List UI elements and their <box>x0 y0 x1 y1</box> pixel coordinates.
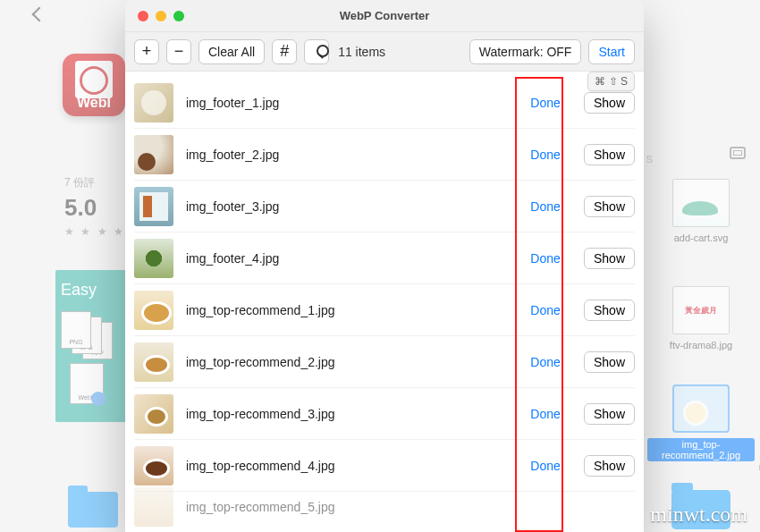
list-item[interactable]: img_footer_2.jpgDone!Show <box>134 129 635 181</box>
thumbnail-icon <box>672 179 730 227</box>
thumbnail-icon: 黃金歲月 <box>672 286 730 334</box>
thumbnail-icon <box>134 239 173 278</box>
list-item[interactable]: img_footer_3.jpgDone!Show <box>134 181 635 232</box>
show-button[interactable]: Show <box>584 300 635 321</box>
window-title: WebP Converter <box>125 9 644 22</box>
thumbnail-icon <box>672 384 730 433</box>
status-badge: Done! <box>523 96 571 110</box>
maximize-icon[interactable] <box>173 11 184 21</box>
status-badge: Done! <box>523 459 571 473</box>
file-name: img_footer_3.jpg <box>186 199 511 214</box>
rating-score: 5.0 <box>64 194 125 222</box>
search-icon <box>309 45 324 59</box>
list-item[interactable]: img_footer_4.jpgDone!Show <box>134 232 635 284</box>
thumbnail-icon <box>134 83 173 122</box>
minimize-icon[interactable] <box>156 11 166 21</box>
app-window: WebP Converter + − Clear All # 11 items … <box>125 0 644 532</box>
file-name: img_top-recommend_1.jpg <box>186 303 511 317</box>
rating-block: 7 份評 5.0 ★ ★ ★ ★ <box>64 175 125 238</box>
file-name: img_footer_1.jpg <box>186 96 511 110</box>
titlebar: WebP Converter <box>125 0 644 32</box>
show-button[interactable]: Show <box>584 403 635 425</box>
status-badge: Done! <box>523 199 571 214</box>
easy-panel: Easy TIFF JPG PNG WebP <box>55 270 127 422</box>
list-item[interactable]: img_top-recommend_3.jpgDone!Show <box>134 388 635 440</box>
show-button[interactable]: Show <box>584 455 635 477</box>
thumbnail-icon <box>134 187 173 226</box>
finder-item-selected[interactable]: img_top-recommend_2.jpg <box>647 384 755 461</box>
finder-divider-char: s <box>646 150 654 165</box>
thumbnail-icon <box>134 487 173 527</box>
shortcut-badge: ⌘ ⇧ S <box>587 72 635 91</box>
rating-stars: ★ ★ ★ ★ <box>64 225 125 238</box>
folder-icon[interactable] <box>68 492 118 528</box>
clear-all-button[interactable]: Clear All <box>198 39 265 64</box>
back-icon[interactable] <box>32 7 47 22</box>
rating-caption: 7 份評 <box>64 175 125 190</box>
list-item[interactable]: img_top-recommend_1.jpgDone!Show <box>134 284 635 336</box>
list-item[interactable]: img_top-recommend_4.jpgDone!Show <box>134 440 635 492</box>
thumbnail-icon <box>134 446 173 486</box>
file-name: img_footer_4.jpg <box>186 251 511 266</box>
add-button[interactable]: + <box>134 39 159 64</box>
list-item[interactable]: img_footer_1.jpgDone!Show <box>134 77 635 129</box>
status-badge: Done! <box>523 303 571 317</box>
traffic-lights <box>125 11 184 21</box>
finder-item-label: add-cart.svg <box>647 232 755 243</box>
show-button[interactable]: Show <box>584 248 635 269</box>
thumbnail-icon <box>134 394 173 434</box>
close-icon[interactable] <box>138 11 148 21</box>
thumbnail-icon <box>134 342 173 382</box>
file-name: img_top-recommend_2.jpg <box>186 355 511 369</box>
app-store-icon: WebI <box>63 54 125 116</box>
remove-button[interactable]: − <box>166 39 191 64</box>
status-badge: Done! <box>523 251 571 266</box>
show-button[interactable]: Show <box>584 144 635 165</box>
show-button[interactable]: Show <box>584 196 635 217</box>
toolbar: + − Clear All # 11 items Watermark: OFF … <box>125 32 644 72</box>
show-button[interactable]: Show <box>584 351 635 373</box>
file-name: img_footer_2.jpg <box>186 148 511 162</box>
finder-item[interactable]: add-cart.svg <box>647 179 755 243</box>
file-webp-icon: WebP <box>70 363 104 404</box>
start-button[interactable]: Start <box>588 39 635 64</box>
status-badge: Done! <box>523 355 571 369</box>
search-button[interactable] <box>304 39 329 64</box>
list-item[interactable]: img_top-recommend_5.jpgDone!Show <box>134 492 635 522</box>
status-badge: Done! <box>523 407 571 421</box>
list-item[interactable]: img_top-recommend_2.jpgDone!Show <box>134 336 635 388</box>
hash-button[interactable]: # <box>272 39 297 64</box>
file-list: img_footer_1.jpgDone!Showimg_footer_2.jp… <box>125 72 644 532</box>
finder-column: s add-cart.svg ca 黃金歲月 ftv-drama8.jpg f … <box>642 0 760 532</box>
watermark-button[interactable]: Watermark: OFF <box>469 39 582 64</box>
thumbnail-icon <box>134 135 173 174</box>
file-name: img_top-recommend_5.jpg <box>186 500 511 514</box>
finder-item[interactable]: 黃金歲月 ftv-drama8.jpg <box>647 286 755 350</box>
easy-label: Easy <box>61 281 97 299</box>
file-name: img_top-recommend_3.jpg <box>186 407 511 421</box>
grid-view-icon[interactable] <box>730 147 746 159</box>
file-png-icon: PNG <box>61 311 91 349</box>
status-badge: Done! <box>523 148 571 162</box>
thumbnail-icon <box>134 291 173 330</box>
item-count: 11 items <box>338 45 385 59</box>
site-watermark: minwt.com <box>650 502 747 527</box>
show-button[interactable]: Show <box>584 92 635 114</box>
finder-item-label: ftv-drama8.jpg <box>647 340 755 350</box>
file-name: img_top-recommend_4.jpg <box>186 459 511 473</box>
finder-item-label: img_top-recommend_2.jpg <box>647 438 755 461</box>
